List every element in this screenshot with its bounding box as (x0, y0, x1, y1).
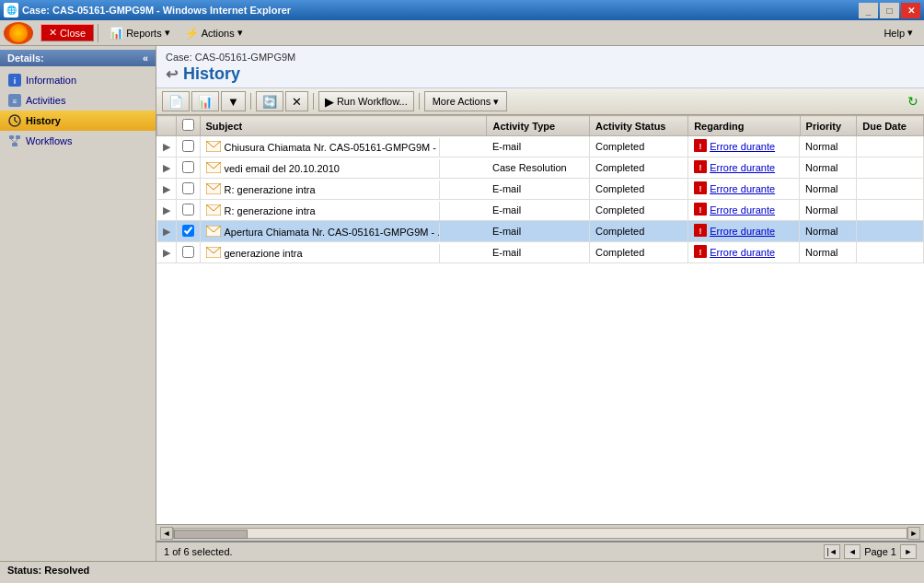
filter-icon: ▼ (227, 95, 239, 109)
content-header: Case: CAS-05161-GMPG9M ↩ History (156, 46, 924, 88)
table-row[interactable]: ▶Apertura Chiamata Nr. CAS-05161-GMPG9M … (157, 221, 924, 242)
col-activity-type[interactable]: Activity Type (487, 116, 590, 136)
regarding-link[interactable]: Errore durante (710, 204, 775, 216)
next-page-button[interactable]: ► (900, 544, 917, 559)
sidebar-collapse-icon[interactable]: « (143, 52, 148, 64)
close-icon: ✕ (49, 27, 57, 39)
col-activity-status[interactable]: Activity Status (590, 116, 688, 136)
filter-button[interactable]: ▼ (221, 91, 246, 111)
row-activity-type-5: E-mail (487, 242, 590, 263)
row-priority-2: Normal (800, 179, 857, 200)
sidebar-item-workflows-label: Workflows (26, 135, 73, 146)
regarding-link[interactable]: Errore durante (710, 247, 775, 258)
delete-icon: ✕ (292, 95, 302, 109)
workflows-icon (7, 134, 22, 148)
reports-menu[interactable]: 📊 Reports ▾ (102, 24, 178, 42)
close-window-button[interactable]: ✕ (901, 3, 920, 18)
row-expand-5[interactable]: ▶ (157, 242, 177, 263)
actions-menu[interactable]: ⚡ Actions ▾ (178, 24, 250, 42)
svg-rect-7 (9, 135, 14, 139)
main-container: Details: « i Information ≡ Activities Hi… (0, 46, 924, 561)
maximize-button[interactable]: □ (880, 3, 899, 18)
svg-text:!: ! (699, 163, 702, 172)
more-actions-button[interactable]: More Actions ▾ (424, 91, 508, 111)
row-checkbox-4[interactable] (176, 221, 200, 242)
email-icon (206, 204, 221, 217)
col-subject[interactable]: Subject (200, 116, 487, 136)
table-row[interactable]: ▶generazione intraE-mailCompleted!Errore… (157, 242, 924, 263)
sidebar-item-activities-label: Activities (26, 95, 65, 106)
row-expand-4[interactable]: ▶ (157, 221, 177, 242)
minimize-button[interactable]: _ (859, 3, 878, 18)
row-checkbox-2[interactable] (176, 179, 200, 200)
table-row[interactable]: ▶Chiusura Chiamata Nr. CAS-05161-GMPG9M … (157, 136, 924, 157)
row-checkbox-0[interactable] (176, 136, 200, 157)
regarding-link[interactable]: Errore durante (710, 226, 775, 237)
add-icon: 📄 (168, 95, 183, 109)
refresh-icon: 🔄 (262, 95, 277, 109)
row-checkbox-1[interactable] (176, 157, 200, 179)
sidebar-item-information[interactable]: i Information (0, 70, 156, 90)
regarding-icon: ! (694, 245, 707, 260)
row-expand-2[interactable]: ▶ (157, 179, 177, 200)
svg-text:!: ! (699, 227, 702, 236)
svg-text:!: ! (699, 184, 702, 193)
first-page-button[interactable]: |◄ (824, 544, 840, 559)
table-refresh-icon[interactable]: ↻ (907, 94, 918, 109)
delete-button[interactable]: ✕ (285, 91, 308, 111)
col-priority[interactable]: Priority (800, 116, 857, 136)
row-activity-status-4: Completed (590, 221, 688, 242)
help-menu[interactable]: Help ▾ (876, 24, 920, 41)
refresh-button[interactable]: 🔄 (256, 91, 283, 111)
col-regarding[interactable]: Regarding (688, 116, 800, 136)
information-icon: i (7, 73, 22, 87)
svg-line-11 (15, 139, 17, 143)
bottom-bar: 1 of 6 selected. |◄ ◄ Page 1 ► (156, 541, 924, 561)
scroll-right-button[interactable]: ► (907, 527, 920, 540)
sidebar-item-history[interactable]: History (0, 111, 156, 131)
table-row[interactable]: ▶R: generazione intraE-mailCompleted!Err… (157, 200, 924, 221)
close-button[interactable]: ✕ Close (40, 24, 94, 41)
more-actions-dropdown-icon: ▾ (493, 96, 499, 108)
regarding-icon: ! (694, 160, 707, 175)
svg-text:≡: ≡ (13, 98, 17, 106)
select-all-checkbox[interactable] (182, 119, 194, 131)
regarding-link[interactable]: Errore durante (710, 141, 775, 152)
run-workflow-button[interactable]: ▶ Run Workflow... (318, 91, 414, 111)
table-row[interactable]: ▶R: generazione intraE-mailCompleted!Err… (157, 179, 924, 200)
scrollbar-thumb[interactable] (174, 530, 248, 539)
row-priority-4: Normal (800, 221, 857, 242)
sidebar-item-activities[interactable]: ≡ Activities (0, 90, 156, 111)
row-expand-1[interactable]: ▶ (157, 157, 177, 179)
page-title: ↩ History (166, 64, 915, 84)
excel-export-button[interactable]: 📊 (191, 91, 219, 111)
sidebar-item-workflows[interactable]: Workflows (0, 131, 156, 151)
svg-rect-9 (12, 143, 17, 146)
row-expand-0[interactable]: ▶ (157, 136, 177, 157)
regarding-link[interactable]: Errore durante (710, 183, 775, 194)
scroll-left-button[interactable]: ◄ (160, 527, 173, 540)
col-due-date[interactable]: Due Date (857, 116, 924, 136)
row-checkbox-3[interactable] (176, 200, 200, 221)
app-icon: 🌐 (4, 3, 18, 17)
row-expand-3[interactable]: ▶ (157, 200, 177, 221)
row-checkbox-5[interactable] (176, 242, 200, 263)
email-icon (206, 226, 221, 239)
prev-page-button[interactable]: ◄ (844, 544, 860, 559)
row-due-date-0 (857, 136, 924, 157)
subject-text: Apertura Chiamata Nr. CAS-05161-GMPG9M -… (225, 227, 440, 238)
add-button[interactable]: 📄 (162, 91, 190, 111)
row-due-date-1 (857, 157, 924, 179)
email-icon (206, 247, 221, 260)
row-activity-type-2: E-mail (487, 179, 590, 200)
status-text: Status: Resolved (7, 565, 89, 576)
regarding-link[interactable]: Errore durante (710, 162, 775, 173)
toolbar-separator-2 (313, 93, 314, 110)
horizontal-scrollbar[interactable]: ◄ ► (156, 524, 924, 541)
col-checkbox (176, 116, 200, 136)
table-row[interactable]: ▶vedi email del 20.10.2010Case Resolutio… (157, 157, 924, 179)
row-regarding-4: !Errore durante (688, 221, 800, 241)
sidebar-item-information-label: Information (26, 75, 76, 86)
email-icon (206, 141, 221, 154)
svg-text:!: ! (699, 142, 702, 151)
